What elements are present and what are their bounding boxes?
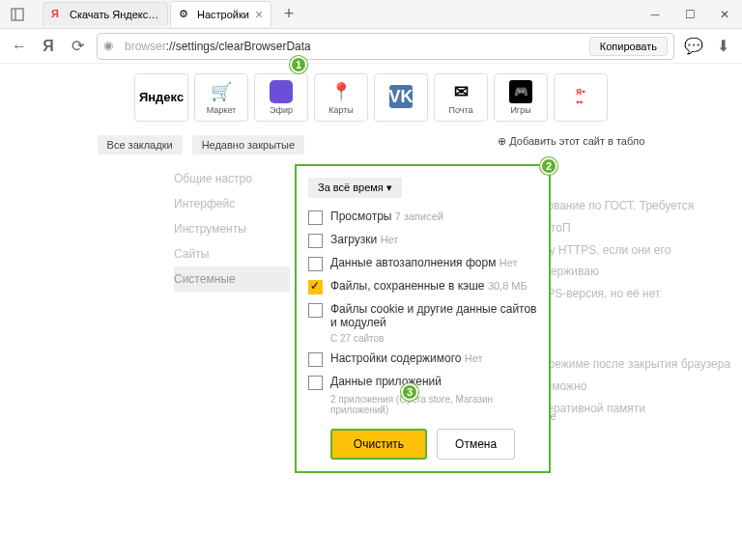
cancel-button[interactable]: Отмена bbox=[437, 429, 515, 460]
bookmark-maps[interactable]: 📍Карты bbox=[314, 73, 368, 122]
tab-settings[interactable]: ⚙ Настройки × bbox=[170, 1, 271, 27]
sidebar-item-tools[interactable]: Инструменты bbox=[174, 216, 290, 241]
url-text: browser://settings/clearBrowserData bbox=[125, 40, 582, 53]
checkbox-row[interactable]: Данные приложений bbox=[308, 375, 537, 390]
sidebar-item-interface[interactable]: Интерфейс bbox=[174, 191, 290, 216]
checkbox-row[interactable]: Настройки содержимого Нет bbox=[308, 351, 537, 367]
checkbox-subtext: 2 приложения (Opera store, Магазин прило… bbox=[330, 394, 537, 415]
bookmark-efir[interactable]: Эфир bbox=[254, 73, 308, 122]
sidebar-item-sites[interactable]: Сайты bbox=[174, 241, 290, 266]
close-button[interactable]: ✕ bbox=[707, 0, 742, 29]
checkbox[interactable] bbox=[308, 352, 323, 367]
back-button[interactable]: ← bbox=[10, 37, 29, 56]
all-bookmarks-button[interactable]: Все закладки bbox=[98, 135, 183, 154]
bookmark-mail[interactable]: ✉Почта bbox=[434, 73, 488, 122]
checkbox-label: Данные автозаполнения форм Нет bbox=[330, 256, 517, 269]
reload-button[interactable]: ⟳ bbox=[68, 37, 87, 56]
checkbox[interactable] bbox=[308, 210, 323, 225]
new-tab-button[interactable]: + bbox=[277, 3, 300, 26]
annotation-marker-1: 1 bbox=[290, 56, 307, 73]
titlebar: Я Скачать Яндекс.Браузер д ⚙ Настройки ×… bbox=[0, 0, 742, 29]
yandex-home-button[interactable]: Я bbox=[39, 37, 58, 56]
address-bar[interactable]: ◉ browser://settings/clearBrowserData Ко… bbox=[97, 33, 674, 60]
checkbox-label: Файлы cookie и другие данные сайтов и мо… bbox=[330, 302, 537, 329]
feedback-icon[interactable]: 💬 bbox=[684, 37, 703, 56]
globe-icon: ◉ bbox=[103, 39, 119, 54]
toolbar: ← Я ⟳ ◉ browser://settings/clearBrowserD… bbox=[0, 29, 742, 64]
checkbox[interactable] bbox=[308, 257, 323, 271]
checkbox-label: Загрузки Нет bbox=[330, 233, 398, 246]
checkbox-row[interactable]: Просмотры 7 записей bbox=[308, 210, 537, 225]
bookmark-yandex[interactable]: Яндекс bbox=[134, 73, 188, 122]
copy-button[interactable]: Копировать bbox=[589, 37, 668, 56]
checkbox-label: Файлы, сохраненные в кэше 30,8 МБ bbox=[330, 279, 528, 293]
minimize-button[interactable]: ─ bbox=[638, 0, 672, 29]
settings-sidebar: Общие настро Интерфейс Инструменты Сайты… bbox=[174, 166, 290, 292]
close-icon[interactable]: × bbox=[255, 7, 263, 22]
checkbox[interactable] bbox=[308, 280, 323, 294]
tab-yandex-download[interactable]: Я Скачать Яндекс.Браузер д bbox=[43, 2, 168, 26]
sidebar-item-general[interactable]: Общие настро bbox=[174, 166, 290, 191]
tab-title: Скачать Яндекс.Браузер д bbox=[70, 9, 159, 20]
checkbox[interactable] bbox=[308, 303, 323, 318]
sidebar-item-system[interactable]: Системные bbox=[174, 266, 290, 292]
time-range-select[interactable]: За всё время ▾ bbox=[308, 178, 402, 198]
clear-button[interactable]: Очистить bbox=[330, 429, 427, 460]
maximize-button[interactable]: ☐ bbox=[672, 0, 707, 29]
gear-icon: ⚙ bbox=[179, 8, 192, 21]
tab-strip: Я Скачать Яндекс.Браузер д ⚙ Настройки ×… bbox=[35, 1, 638, 27]
tab-title: Настройки bbox=[197, 9, 249, 20]
panel-icon[interactable] bbox=[8, 5, 27, 24]
checkbox-row[interactable]: Файлы, сохраненные в кэше 30,8 МБ bbox=[308, 279, 537, 294]
annotation-marker-3: 3 bbox=[401, 383, 418, 401]
bookmark-more[interactable]: я▪▪▪ bbox=[554, 73, 608, 122]
bookmark-games[interactable]: 🎮Игры bbox=[494, 73, 548, 122]
add-site-button[interactable]: ⊕ Добавить этот сайт в табло bbox=[498, 135, 644, 154]
checkbox[interactable] bbox=[308, 376, 323, 390]
checkbox-label: Настройки содержимого Нет bbox=[330, 351, 483, 365]
background-text: ифрование по ГОСТ. Требуется КриптоП око… bbox=[525, 195, 737, 441]
bookmark-vk[interactable]: VK bbox=[374, 73, 428, 122]
svg-rect-0 bbox=[12, 9, 23, 20]
clear-data-dialog: За всё время ▾ Просмотры 7 записейЗагруз… bbox=[295, 164, 551, 473]
checkbox-row[interactable]: Данные автозаполнения форм Нет bbox=[308, 256, 537, 271]
checkbox-label: Данные приложений bbox=[330, 375, 442, 388]
checkbox-label: Просмотры 7 записей bbox=[330, 210, 443, 223]
checkbox-row[interactable]: Загрузки Нет bbox=[308, 233, 537, 248]
checkbox-row[interactable]: Файлы cookie и другие данные сайтов и мо… bbox=[308, 302, 537, 329]
annotation-marker-2: 2 bbox=[540, 157, 557, 175]
yandex-icon: Я bbox=[51, 8, 65, 21]
download-icon[interactable]: ⬇ bbox=[713, 37, 732, 56]
bookmark-actions: Все закладки Недавно закрытые ⊕ Добавить… bbox=[0, 131, 742, 166]
checkbox-subtext: С 27 сайтов bbox=[330, 333, 537, 344]
recently-closed-button[interactable]: Недавно закрытые bbox=[192, 135, 305, 154]
bookmarks-bar: Яндекс 🛒Маркет Эфир 📍Карты VK ✉Почта 🎮Иг… bbox=[0, 64, 742, 131]
bookmark-market[interactable]: 🛒Маркет bbox=[194, 73, 248, 122]
window-controls: ─ ☐ ✕ bbox=[638, 0, 742, 29]
checkbox[interactable] bbox=[308, 234, 323, 248]
